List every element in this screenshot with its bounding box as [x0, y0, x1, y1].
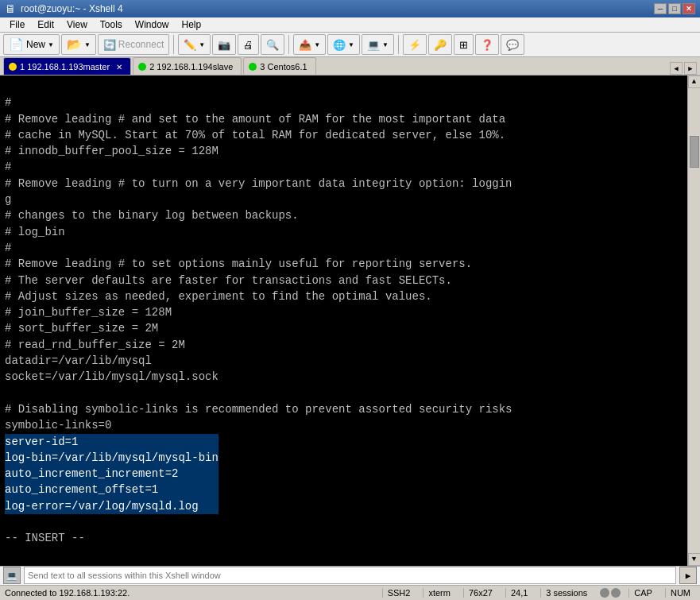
send-button[interactable]: ▶ [679, 567, 697, 584]
num-status: NUM [665, 588, 695, 598]
capture-icon: 📷 [218, 39, 230, 51]
tab-prev-button[interactable]: ◀ [670, 62, 683, 75]
log-dropdown-icon[interactable]: ▼ [348, 41, 354, 48]
indicator-1 [600, 588, 609, 598]
tab-3-label: 3 Centos6.1 [260, 62, 307, 72]
scroll-thumb[interactable] [690, 136, 699, 168]
session-input[interactable] [24, 567, 676, 584]
close-button[interactable]: ✕ [683, 3, 695, 14]
grid-button[interactable]: ⊞ [454, 34, 474, 55]
tab-3[interactable]: 3 Centos6.1 [243, 57, 315, 75]
transfer-button[interactable]: 📤 ▼ [293, 34, 326, 55]
log-icon: 🌐 [333, 39, 346, 51]
new-icon: 📄 [9, 37, 24, 52]
sep1 [173, 35, 174, 54]
compose-dropdown-icon[interactable]: ▼ [199, 41, 205, 48]
open-icon: 📂 [67, 37, 82, 52]
scroll-up-button[interactable]: ▲ [688, 75, 701, 88]
find-button[interactable]: 🔍 [261, 34, 284, 55]
sessions-icon: 💻 [367, 39, 380, 51]
quick-connect-icon: ⚡ [408, 39, 421, 51]
minimize-button[interactable]: ─ [654, 3, 667, 14]
scroll-track[interactable] [690, 88, 699, 553]
new-button[interactable]: 📄 New ▼ [3, 34, 60, 55]
tab-3-dot [249, 63, 257, 71]
transfer-icon: 📤 [299, 39, 311, 51]
messages-button[interactable]: 💬 [501, 34, 524, 55]
window-controls: ─ □ ✕ [654, 3, 695, 14]
compose-icon: ✏️ [184, 39, 196, 51]
maximize-button[interactable]: □ [668, 3, 681, 14]
sessions-button[interactable]: 💻 ▼ [362, 34, 394, 55]
find-icon: 🔍 [266, 39, 279, 51]
capture-button[interactable]: 📷 [212, 34, 236, 55]
tab-1-label: 1 192.168.1.193master [20, 62, 110, 72]
key-icon: 🔑 [434, 39, 447, 51]
tab-1-dot [9, 63, 17, 71]
terminal[interactable]: # # Remove leading # and set to the amou… [0, 75, 700, 566]
connection-status: Connected to 192.168.1.193:22. [5, 588, 130, 598]
sep2 [288, 35, 289, 54]
scroll-down-button[interactable]: ▼ [688, 553, 701, 566]
highlighted-lines: server-id=1 log-bin=/var/lib/mysql/mysql… [5, 434, 219, 514]
new-label: New [26, 39, 45, 50]
sessions-dropdown-icon[interactable]: ▼ [382, 41, 389, 48]
scrollbar-vertical[interactable]: ▲ ▼ [687, 75, 700, 566]
status-right: SSH2 xterm 76x27 24,1 3 sessions CAP NUM [382, 588, 695, 598]
indicator-group [600, 588, 621, 598]
tab-2-label: 2 192.168.1.194slave [149, 62, 233, 72]
tab-1[interactable]: 1 192.168.1.193master ✕ [3, 57, 131, 75]
tab-nav: ◀ ▶ [670, 62, 697, 75]
status-bar: Connected to 192.168.1.193:22. SSH2 xter… [0, 585, 700, 600]
session-icon: 💻 [3, 567, 21, 584]
log-button[interactable]: 🌐 ▼ [327, 34, 360, 55]
tab-1-close[interactable]: ✕ [116, 63, 122, 72]
title-bar: 🖥 root@zuoyu:~ - Xshell 4 ─ □ ✕ [0, 0, 700, 17]
open-dropdown-icon[interactable]: ▼ [84, 41, 91, 48]
help-icon: ❓ [481, 39, 493, 51]
print-button[interactable]: 🖨 [238, 34, 259, 55]
cursor-status: 24,1 [505, 588, 532, 598]
menu-tools[interactable]: Tools [94, 17, 129, 32]
quick-connect-button[interactable]: ⚡ [403, 34, 427, 55]
tab-next-button[interactable]: ▶ [684, 62, 697, 75]
print-icon: 🖨 [243, 39, 253, 51]
ssh-status: SSH2 [382, 588, 416, 598]
caps-status: CAP [628, 588, 657, 598]
compose-button[interactable]: ✏️ ▼ [178, 34, 211, 55]
menu-view[interactable]: View [60, 17, 94, 32]
reconnect-icon: 🔄 [103, 39, 116, 51]
menu-file[interactable]: File [3, 17, 31, 32]
toolbar: 📄 New ▼ 📂 ▼ 🔄 Reconnect ✏️ ▼ 📷 🖨 [0, 33, 700, 57]
new-dropdown-icon[interactable]: ▼ [48, 41, 54, 48]
term-status: xterm [423, 588, 455, 598]
tab-bar: 1 192.168.1.193master ✕ 2 192.168.1.194s… [0, 57, 700, 75]
tab-2-dot [138, 63, 146, 71]
menu-bar: File Edit View Tools Window Help [0, 17, 700, 33]
help-button[interactable]: ❓ [475, 34, 499, 55]
key-button[interactable]: 🔑 [428, 34, 452, 55]
messages-icon: 💬 [506, 39, 519, 51]
indicator-2 [611, 588, 621, 598]
terminal-wrapper: # # Remove leading # and set to the amou… [0, 75, 700, 566]
input-bar: 💻 ▶ [0, 566, 700, 585]
open-button[interactable]: 📂 ▼ [61, 34, 96, 55]
menu-help[interactable]: Help [176, 17, 208, 32]
sessions-status: 3 sessions [540, 588, 592, 598]
transfer-dropdown-icon[interactable]: ▼ [314, 41, 320, 48]
window-title: root@zuoyu:~ - Xshell 4 [21, 3, 123, 14]
reconnect-button[interactable]: 🔄 Reconnect [98, 34, 169, 55]
dimensions-status: 76x27 [463, 588, 497, 598]
menu-edit[interactable]: Edit [31, 17, 60, 32]
sep3 [398, 35, 399, 54]
grid-icon: ⊞ [459, 39, 468, 51]
menu-window[interactable]: Window [129, 17, 176, 32]
tab-2[interactable]: 2 192.168.1.194slave [133, 57, 242, 75]
